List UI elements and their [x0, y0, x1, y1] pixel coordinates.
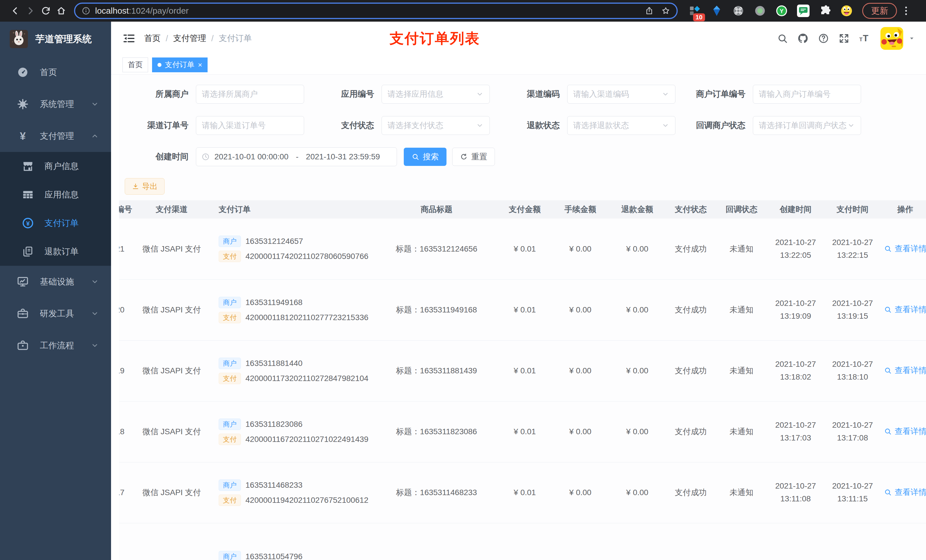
pay-status-select[interactable]: 请选择支付状态 — [381, 116, 490, 135]
view-detail-link[interactable]: 查看详情 — [884, 487, 926, 498]
view-detail-label: 查看详情 — [895, 426, 926, 437]
channel-code-select[interactable]: 请输入渠道编码 — [567, 85, 675, 104]
browser-forward-button[interactable] — [23, 3, 38, 18]
address-bar[interactable]: localhost:1024/pay/order — [74, 3, 678, 19]
view-detail-link[interactable]: 查看详情 — [884, 304, 926, 315]
font-size-icon: TT — [859, 33, 870, 44]
cell-notify: 未通知 — [716, 401, 767, 462]
bookmark-star-icon[interactable] — [661, 6, 670, 15]
cell-amount: ¥ 0.01 — [498, 219, 552, 279]
home-icon — [56, 6, 67, 16]
ext-gem-icon[interactable] — [710, 4, 723, 17]
cell-paid: 2021-10-2713:22:15 — [824, 219, 881, 279]
sidebar-item-dev-tools[interactable]: 研发工具 — [0, 297, 111, 329]
create-time-range-picker[interactable]: 2021-10-01 00:00:00 - 2021-10-31 23:59:5… — [196, 147, 397, 166]
header-search-button[interactable] — [775, 30, 790, 46]
sidebar-item-refund-order[interactable]: 退款订单 — [0, 237, 111, 266]
ext-record-dot-icon[interactable] — [754, 4, 767, 17]
browser-home-button[interactable] — [53, 3, 69, 18]
avatar[interactable] — [881, 27, 903, 50]
cell-fee: ¥ 0.00 — [552, 462, 609, 523]
view-detail-link[interactable]: 查看详情 — [884, 426, 926, 437]
channel-order-no-input[interactable]: 请输入渠道订单号 — [196, 116, 304, 135]
breadcrumb-item-home[interactable]: 首页 — [144, 33, 160, 44]
update-button[interactable]: 更新 — [862, 3, 897, 19]
cell-notify: 未通知 — [716, 462, 767, 523]
orders-table: 编号支付渠道支付订单商品标题支付金额手续金额退款金额支付状态回调状态创建时间支付… — [119, 200, 926, 560]
reset-button[interactable]: 重置 — [452, 148, 495, 166]
url-path: :1024/pay/order — [129, 6, 189, 15]
browser-back-button[interactable] — [8, 3, 23, 18]
order-no-line: 支付4200001173202110272847982104 — [219, 373, 375, 384]
tab-home[interactable]: 首页 — [123, 57, 148, 72]
date-line: 2021-10-27 — [767, 480, 824, 492]
sidebar-item-app-info[interactable]: 应用信息 — [0, 180, 111, 209]
sidebar-item-system[interactable]: 系统管理 — [0, 88, 111, 120]
cell-action: 查看详情 — [881, 219, 926, 279]
fullscreen-button[interactable] — [836, 30, 852, 46]
date-line: 2021-10-27 — [824, 236, 881, 249]
time-line: 13:19:09 — [767, 310, 824, 323]
filter-group-channel-order-no: 渠道订单号请输入渠道订单号 — [120, 116, 305, 135]
extensions-puzzle-icon[interactable] — [819, 4, 831, 17]
sidebar-item-label: 支付订单 — [44, 217, 79, 229]
filter-group-pay-status: 支付状态请选择支付状态 — [305, 116, 491, 135]
docs-icon — [22, 245, 34, 258]
sidebar-fold-icon[interactable] — [123, 32, 136, 45]
pay-tag: 支付 — [219, 495, 241, 506]
sidebar-item-home[interactable]: 首页 — [0, 56, 111, 88]
cell-channel: 微信 JSAPI 支付 — [139, 219, 204, 279]
merchant-order-no-input[interactable]: 请输入商户订单编号 — [753, 85, 861, 104]
date-end-value: 2021-10-31 23:59:59 — [306, 152, 380, 162]
close-tab-icon[interactable]: × — [198, 61, 202, 69]
sidebar-menu: 首页系统管理¥支付管理商户信息应用信息¥支付订单退款订单基础设施研发工具工作流程 — [0, 56, 111, 361]
sidebar-item-pay-order[interactable]: ¥支付订单 — [0, 209, 111, 237]
order-no-line: 商户1635311823086 — [219, 418, 375, 430]
merchant-input[interactable]: 请选择所属商户 — [196, 85, 304, 104]
export-button[interactable]: 导出 — [125, 178, 165, 195]
ext-chat-icon[interactable] — [797, 4, 810, 17]
table-row: 21微信 JSAPI 支付商户1635312124657支付4200001174… — [119, 219, 926, 279]
search-button[interactable]: 搜索 — [404, 148, 446, 166]
view-detail-link[interactable]: 查看详情 — [884, 365, 926, 376]
placeholder-text: 请选择应用信息 — [387, 89, 476, 100]
pay-tag: 支付 — [219, 434, 241, 445]
site-info-icon[interactable] — [82, 6, 91, 15]
time-line: 13:11:08 — [767, 492, 824, 506]
sidebar-item-payment[interactable]: ¥支付管理 — [0, 120, 111, 152]
breadcrumb-item-payment[interactable]: 支付管理 — [173, 33, 206, 44]
cell-pay-order: 商户1635311823086支付42000011672021102710224… — [204, 401, 375, 462]
tab-pay-order[interactable]: 支付订单× — [152, 57, 207, 72]
help-button[interactable] — [816, 30, 831, 46]
github-button[interactable] — [795, 30, 811, 46]
cell-notify: 未通知 — [716, 279, 767, 340]
date-line: 2021-10-27 — [767, 236, 824, 249]
sidebar-item-infrastructure[interactable]: 基础设施 — [0, 266, 111, 297]
sidebar-item-label: 系统管理 — [40, 98, 74, 110]
table-row-partial: 商户1635311054796 — [119, 523, 926, 560]
ext-emoji-icon[interactable] — [840, 4, 853, 17]
search-icon — [777, 33, 788, 44]
ext-command-icon[interactable] — [732, 4, 745, 17]
cell-action: 查看详情 — [881, 279, 926, 340]
app-no-select[interactable]: 请选择应用信息 — [381, 85, 490, 104]
table-row: 20微信 JSAPI 支付商户1635311949168支付4200001181… — [119, 279, 926, 340]
sidebar-item-merchant-info[interactable]: 商户信息 — [0, 152, 111, 180]
share-icon[interactable] — [645, 6, 654, 15]
cell-empty — [375, 523, 498, 560]
sidebar-item-workflow[interactable]: 工作流程 — [0, 329, 111, 361]
avatar-caret-down-icon[interactable] — [908, 35, 916, 42]
font-size-button[interactable]: TT — [856, 30, 873, 46]
ext-y-green-icon[interactable]: Y — [775, 4, 788, 17]
browser-reload-button[interactable] — [38, 3, 53, 18]
order-no-line: 商户1635311054796 — [219, 551, 375, 560]
cell-id — [119, 523, 139, 560]
notify-status-select[interactable]: 请选择订单回调商户状态 — [753, 116, 861, 135]
order-no-value: 1635311823086 — [245, 420, 303, 429]
fullscreen-icon — [838, 33, 850, 44]
search-icon — [884, 245, 892, 253]
browser-menu-icon[interactable] — [900, 5, 912, 17]
ext-tabs-diamond-icon[interactable]: 10 — [688, 4, 702, 17]
refund-status-select[interactable]: 请选择退款状态 — [567, 116, 675, 135]
view-detail-link[interactable]: 查看详情 — [884, 243, 926, 254]
